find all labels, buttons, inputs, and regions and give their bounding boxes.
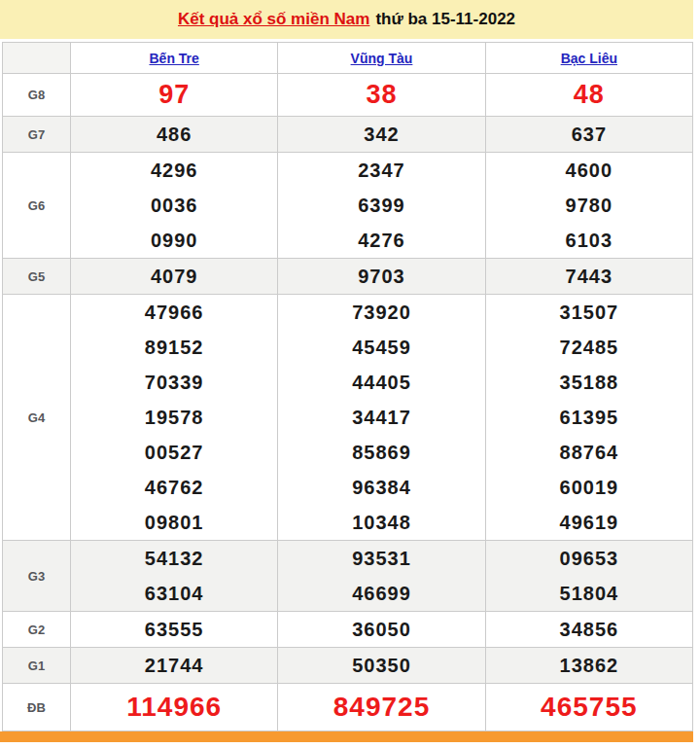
prize-row: G1217445035013862 <box>3 648 693 684</box>
result-cell: 38 <box>278 74 485 117</box>
result-number: 114966 <box>71 684 277 730</box>
result-number: 63104 <box>71 576 277 611</box>
result-number: 72485 <box>486 330 692 365</box>
result-number: 44405 <box>278 365 484 400</box>
result-number: 4600 <box>486 153 692 188</box>
result-number: 96384 <box>278 470 484 505</box>
result-number: 60019 <box>486 470 692 505</box>
result-cell: 34856 <box>485 612 692 648</box>
result-number: 93531 <box>278 541 484 576</box>
prize-label: G5 <box>3 259 71 295</box>
result-cell: 47966891527033919578005274676209801 <box>71 295 278 541</box>
result-cell: 637 <box>485 117 692 153</box>
result-number: 0990 <box>71 223 277 258</box>
header-corner-cell <box>3 43 71 74</box>
column-link-bac-lieu[interactable]: Bạc Liêu <box>561 51 617 66</box>
result-cell: 342 <box>278 117 485 153</box>
result-number: 342 <box>278 117 484 152</box>
column-link-ben-tre[interactable]: Bến Tre <box>149 51 198 66</box>
result-number: 4079 <box>71 259 277 294</box>
result-number: 51804 <box>486 576 692 611</box>
result-number: 31507 <box>486 295 692 330</box>
result-number: 9703 <box>278 259 484 294</box>
result-cell: 31507724853518861395887646001949619 <box>485 295 692 541</box>
title-link[interactable]: Kết quả xổ số miền Nam <box>178 10 369 29</box>
result-number: 34417 <box>278 400 484 435</box>
result-number: 89152 <box>71 330 277 365</box>
result-number: 35188 <box>486 365 692 400</box>
prize-row: G7486342637 <box>3 117 693 153</box>
result-cell: 63555 <box>71 612 278 648</box>
prize-label: G7 <box>3 117 71 153</box>
result-cell: 97 <box>71 74 278 117</box>
result-cell: 429600360990 <box>71 153 278 259</box>
result-number: 85869 <box>278 435 484 470</box>
result-number: 47966 <box>71 295 277 330</box>
header-cell: Bạc Liêu <box>485 43 692 74</box>
footer-accent-bar <box>0 731 693 742</box>
prize-label: G6 <box>3 153 71 259</box>
result-number: 849725 <box>278 684 484 730</box>
results-table-body: G8973848G7486342637G64296003609902347639… <box>3 74 693 731</box>
result-number: 70339 <box>71 365 277 400</box>
result-cell: 73920454594440534417858699638410348 <box>278 295 485 541</box>
result-number: 50350 <box>278 648 484 683</box>
prize-row: G2635553605034856 <box>3 612 693 648</box>
result-number: 13862 <box>486 648 692 683</box>
prize-row: G447966891527033919578005274676209801739… <box>3 295 693 541</box>
result-number: 48 <box>486 74 692 116</box>
result-cell: 849725 <box>278 684 485 731</box>
result-number: 19578 <box>71 400 277 435</box>
prize-label: G3 <box>3 541 71 612</box>
result-number: 465755 <box>486 684 692 730</box>
prize-row: G6429600360990234763994276460097806103 <box>3 153 693 259</box>
result-number: 4296 <box>71 153 277 188</box>
result-cell: 114966 <box>71 684 278 731</box>
result-number: 88764 <box>486 435 692 470</box>
result-number: 73920 <box>278 295 484 330</box>
result-cell: 7443 <box>485 259 692 295</box>
result-number: 4276 <box>278 223 484 258</box>
result-cell: 36050 <box>278 612 485 648</box>
header-row: Bến Tre Vũng Tàu Bạc Liêu <box>3 43 693 74</box>
results-table: Bến Tre Vũng Tàu Bạc Liêu G8973848G74863… <box>2 42 693 731</box>
result-cell: 48 <box>485 74 692 117</box>
header-cell: Vũng Tàu <box>278 43 485 74</box>
result-number: 0036 <box>71 188 277 223</box>
result-number: 49619 <box>486 505 692 540</box>
prize-row: G5407997037443 <box>3 259 693 295</box>
prize-label: G1 <box>3 648 71 684</box>
result-number: 00527 <box>71 435 277 470</box>
result-cell: 50350 <box>278 648 485 684</box>
result-number: 6399 <box>278 188 484 223</box>
result-number: 09653 <box>486 541 692 576</box>
result-number: 6103 <box>486 223 692 258</box>
page-title: Kết quả xổ số miền Nam thứ ba 15-11-2022 <box>0 0 693 39</box>
result-cell: 13862 <box>485 648 692 684</box>
prize-label: G8 <box>3 74 71 117</box>
result-number: 97 <box>71 74 277 116</box>
result-cell: 21744 <box>71 648 278 684</box>
result-number: 7443 <box>486 259 692 294</box>
title-date: thứ ba 15-11-2022 <box>375 10 515 29</box>
result-number: 2347 <box>278 153 484 188</box>
result-cell: 234763994276 <box>278 153 485 259</box>
column-link-vung-tau[interactable]: Vũng Tàu <box>351 51 413 66</box>
result-number: 38 <box>278 74 484 116</box>
prize-row: ĐB114966849725465755 <box>3 684 693 731</box>
result-number: 34856 <box>486 612 692 647</box>
result-cell: 460097806103 <box>485 153 692 259</box>
result-number: 45459 <box>278 330 484 365</box>
result-number: 61395 <box>486 400 692 435</box>
prize-row: G8973848 <box>3 74 693 117</box>
result-cell: 486 <box>71 117 278 153</box>
result-cell: 465755 <box>485 684 692 731</box>
result-number: 10348 <box>278 505 484 540</box>
result-number: 46699 <box>278 576 484 611</box>
header-cell: Bến Tre <box>71 43 278 74</box>
result-number: 36050 <box>278 612 484 647</box>
lottery-results-page: Kết quả xổ số miền Nam thứ ba 15-11-2022… <box>0 0 693 742</box>
result-cell: 0965351804 <box>485 541 692 612</box>
result-number: 637 <box>486 117 692 152</box>
result-number: 54132 <box>71 541 277 576</box>
